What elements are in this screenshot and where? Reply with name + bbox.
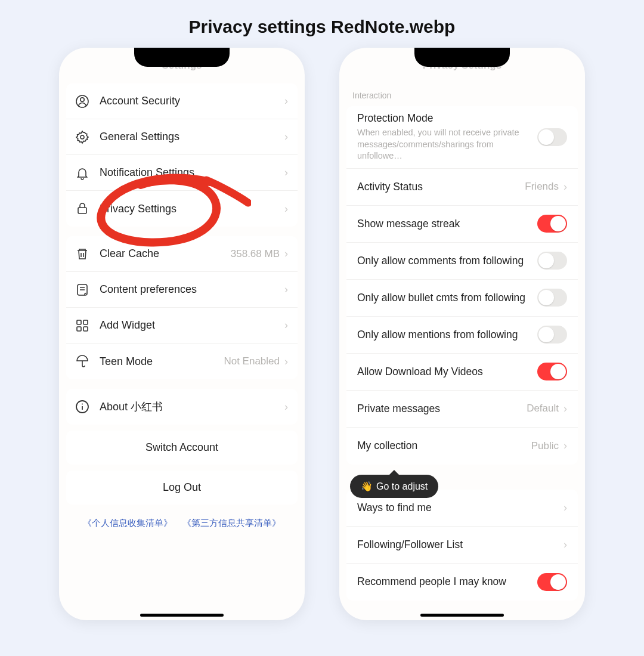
row-label: Activity Status xyxy=(357,181,525,193)
row-label: Teen Mode xyxy=(100,355,224,368)
row-mentions-following[interactable]: Only allow mentions from following xyxy=(346,317,578,354)
tooltip-arrow xyxy=(389,470,399,475)
row-protection-mode[interactable]: Protection Mode When enabled, you will n… xyxy=(346,106,578,169)
svg-point-10 xyxy=(82,404,83,405)
row-label: Account Security xyxy=(100,95,284,107)
settings-screen: Settings Account Security › General Sett… xyxy=(59,48,305,620)
go-to-adjust-tooltip[interactable]: 👋 Go to adjust xyxy=(350,475,438,498)
row-label: Private messages xyxy=(357,403,527,415)
row-about[interactable]: About 小红书 › xyxy=(66,389,298,425)
gear-icon xyxy=(75,129,90,145)
chevron-right-icon: › xyxy=(564,539,567,551)
row-value: 358.68 MB xyxy=(231,248,280,260)
row-label: Recommend people I may know xyxy=(357,575,537,588)
row-value: Friends xyxy=(525,181,559,193)
phone-notch xyxy=(414,48,510,67)
row-label: General Settings xyxy=(100,131,284,143)
chevron-right-icon: › xyxy=(284,247,288,260)
row-notification-settings[interactable]: Notification Settings › xyxy=(66,155,298,191)
chevron-right-icon: › xyxy=(564,440,567,452)
widget-icon xyxy=(75,318,90,333)
svg-point-2 xyxy=(80,135,84,139)
tooltip-label: Go to adjust xyxy=(376,481,428,492)
chevron-right-icon: › xyxy=(284,319,288,332)
row-message-streak[interactable]: Show message streak xyxy=(346,206,578,243)
account-icon xyxy=(75,94,90,109)
privacy-settings-screen: Privacy Settings Interaction Protection … xyxy=(339,48,585,620)
row-comments-following[interactable]: Only allow comments from following xyxy=(346,243,578,280)
chevron-right-icon: › xyxy=(564,403,567,415)
row-label: Ways to find me xyxy=(357,502,564,514)
row-subtitle: When enabled, you will not receive priva… xyxy=(357,127,537,162)
row-privacy-settings[interactable]: Privacy Settings › xyxy=(66,191,298,227)
toggle-mentions-following[interactable] xyxy=(537,326,567,344)
chevron-right-icon: › xyxy=(564,502,567,514)
footer-link[interactable]: 《第三方信息共享清单》 xyxy=(182,518,281,528)
row-recommend-people[interactable]: Recommend people I may know xyxy=(346,564,578,601)
trash-icon xyxy=(75,246,90,262)
home-indicator xyxy=(140,614,224,617)
svg-rect-7 xyxy=(77,327,81,331)
chevron-right-icon: › xyxy=(284,95,288,107)
chevron-right-icon: › xyxy=(284,401,288,413)
row-private-messages[interactable]: Private messages Default › xyxy=(346,391,578,428)
row-clear-cache[interactable]: Clear Cache 358.68 MB › xyxy=(66,236,298,272)
toggle-protection-mode[interactable] xyxy=(537,128,567,146)
footer-links: 《个人信息收集清单》 《第三方信息共享清单》 xyxy=(59,518,305,529)
row-label: Only allow mentions from following xyxy=(357,329,537,341)
svg-rect-5 xyxy=(77,320,81,324)
row-general-settings[interactable]: General Settings › xyxy=(66,119,298,155)
toggle-download-videos[interactable] xyxy=(537,363,567,380)
svg-rect-8 xyxy=(83,327,88,331)
svg-point-1 xyxy=(80,97,84,101)
chevron-right-icon: › xyxy=(284,131,288,143)
content-icon xyxy=(75,282,90,298)
switch-account-button[interactable]: Switch Account xyxy=(66,431,298,465)
row-label: Add Widget xyxy=(100,319,284,332)
row-label: Allow Download My Videos xyxy=(357,366,537,378)
wave-icon: 👋 xyxy=(361,481,373,492)
home-indicator xyxy=(420,614,504,617)
row-label: Privacy Settings xyxy=(100,203,284,215)
logout-button[interactable]: Log Out xyxy=(66,471,298,505)
info-icon xyxy=(75,399,90,414)
toggle-bullet-following[interactable] xyxy=(537,289,567,307)
row-content-preferences[interactable]: Content preferences › xyxy=(66,272,298,308)
row-label: Following/Follower List xyxy=(357,539,564,551)
svg-rect-6 xyxy=(83,320,88,324)
chevron-right-icon: › xyxy=(284,355,288,368)
chevron-right-icon: › xyxy=(284,166,288,179)
footer-link[interactable]: 《个人信息收集清单》 xyxy=(83,518,172,528)
row-following-follower-list[interactable]: Following/Follower List › xyxy=(346,527,578,564)
row-label: Protection Mode xyxy=(357,112,537,125)
row-label: My collection xyxy=(357,440,531,452)
row-label: Show message streak xyxy=(357,218,537,230)
chevron-right-icon: › xyxy=(284,203,288,215)
row-value: Default xyxy=(527,403,559,414)
row-label: Clear Cache xyxy=(100,247,231,260)
toggle-recommend-people[interactable] xyxy=(537,573,567,591)
toggle-message-streak[interactable] xyxy=(537,215,567,233)
row-teen-mode[interactable]: Teen Mode Not Enabled › xyxy=(66,344,298,379)
toggle-comments-following[interactable] xyxy=(537,252,567,270)
row-value: Public xyxy=(531,440,559,452)
row-label: Only allow bullet cmts from following xyxy=(357,292,537,304)
svg-rect-3 xyxy=(78,208,86,213)
row-account-security[interactable]: Account Security › xyxy=(66,83,298,119)
row-download-videos[interactable]: Allow Download My Videos xyxy=(346,354,578,391)
row-label: Notification Settings xyxy=(100,166,284,179)
row-add-widget[interactable]: Add Widget › xyxy=(66,308,298,344)
row-value: Not Enabled xyxy=(224,355,280,367)
row-activity-status[interactable]: Activity Status Friends › xyxy=(346,169,578,206)
chevron-right-icon: › xyxy=(564,181,567,193)
row-bullet-following[interactable]: Only allow bullet cmts from following xyxy=(346,280,578,317)
page-title: Privacy settings RedNote.webp xyxy=(0,0,644,48)
chevron-right-icon: › xyxy=(284,283,288,296)
row-label: Only allow comments from following xyxy=(357,255,537,267)
umbrella-icon xyxy=(75,354,90,369)
row-my-collection[interactable]: My collection Public › xyxy=(346,428,578,465)
section-header: Interaction xyxy=(339,78,585,104)
row-label: About 小红书 xyxy=(100,400,284,414)
phone-notch xyxy=(134,48,230,67)
row-label: Content preferences xyxy=(100,283,284,296)
